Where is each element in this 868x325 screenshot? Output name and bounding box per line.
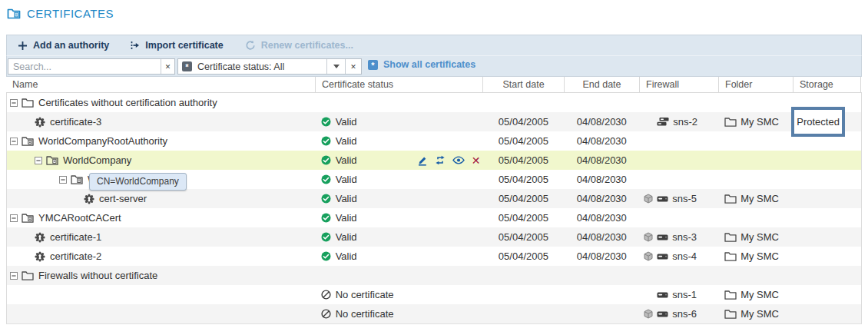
firewall-name: sns-1 bbox=[672, 289, 697, 300]
table-row[interactable]: No certificatesns-6My SMC bbox=[7, 304, 861, 323]
tree-collapse-toggle[interactable] bbox=[10, 99, 18, 107]
column-header-firewall[interactable]: Firewall bbox=[639, 77, 718, 92]
start-date-cell bbox=[482, 304, 564, 323]
storage-focus-ring[interactable]: Protected bbox=[791, 107, 845, 137]
renew-icon[interactable] bbox=[435, 155, 446, 165]
table-header: Name Certificate status Start date End d… bbox=[6, 77, 862, 93]
folder-cell: My SMC bbox=[718, 227, 793, 247]
start-date-cell: 05/04/2005 bbox=[482, 227, 564, 247]
tree-collapse-toggle[interactable] bbox=[35, 157, 42, 164]
delete-icon[interactable]: ✕ bbox=[472, 155, 481, 166]
page-title: CERTIFICATES bbox=[27, 7, 114, 20]
start-date-cell: 05/04/2005 bbox=[482, 208, 564, 227]
certificate-icon bbox=[35, 117, 45, 128]
certificate-status-cell: Valid bbox=[316, 227, 483, 247]
firewall-icon bbox=[657, 310, 668, 318]
table-row[interactable]: Certificates without certification autho… bbox=[7, 93, 861, 112]
status-label: Valid bbox=[336, 174, 357, 185]
name-cell: certificate-3 bbox=[7, 112, 316, 131]
add-authority-button[interactable]: Add an authority bbox=[18, 40, 109, 51]
valid-status-icon bbox=[321, 213, 331, 223]
table-row[interactable]: Firewalls without certificate bbox=[7, 266, 861, 285]
search-input[interactable] bbox=[8, 59, 161, 74]
end-date-cell bbox=[564, 266, 639, 285]
valid-status-icon bbox=[321, 232, 331, 242]
name-cell: certificate-1 bbox=[7, 227, 316, 247]
row-name: certificate-3 bbox=[50, 116, 101, 128]
search-clear-button[interactable]: ✕ bbox=[161, 59, 174, 74]
table-row[interactable]: WorldCompanyRootAuthorityValid05/04/2005… bbox=[7, 131, 861, 151]
certificate-status-filter[interactable]: * Certificate status: All ✕ bbox=[177, 58, 362, 75]
filter-asterisk-icon: * bbox=[182, 61, 192, 71]
show-all-certificates-link[interactable]: * Show all certificates bbox=[368, 59, 475, 70]
column-header-folder[interactable]: Folder bbox=[718, 77, 793, 92]
storage-cell bbox=[793, 285, 861, 304]
deployment-cube-icon bbox=[644, 194, 653, 204]
certificate-status-cell: No certificate bbox=[316, 285, 483, 304]
toolbar: Add an authority Import certificate Rene… bbox=[6, 35, 862, 55]
start-date-cell bbox=[482, 285, 564, 304]
close-icon: ✕ bbox=[350, 63, 356, 71]
tree-collapse-toggle[interactable] bbox=[10, 272, 18, 280]
folder-name: My SMC bbox=[740, 308, 779, 320]
start-date-cell: 05/04/2005 bbox=[482, 112, 564, 131]
folder-name: My SMC bbox=[740, 231, 779, 243]
storage-cell: Protected bbox=[793, 112, 861, 131]
folder-icon bbox=[724, 309, 737, 319]
firewall-cell: sns-3 bbox=[639, 227, 718, 247]
firewall-cell: sns-5 bbox=[639, 189, 718, 208]
table-row[interactable]: cert-serverValid05/04/200504/08/2030sns-… bbox=[7, 189, 861, 208]
tree-collapse-toggle[interactable] bbox=[10, 214, 18, 222]
table-row[interactable]: certificate-2Valid05/04/200504/08/2030sn… bbox=[7, 247, 861, 266]
name-cell: Firewalls without certificate bbox=[7, 266, 316, 285]
folder-icon bbox=[22, 270, 34, 280]
table-row[interactable]: YMCARootCACertValid05/04/200504/08/2030 bbox=[7, 208, 861, 227]
folder-cell bbox=[718, 93, 793, 112]
tree-collapse-toggle[interactable] bbox=[59, 176, 67, 184]
import-certificate-button[interactable]: Import certificate bbox=[129, 40, 223, 51]
edit-icon[interactable] bbox=[417, 155, 428, 166]
column-header-start-date[interactable]: Start date bbox=[482, 77, 564, 92]
status-filter-label: Certificate status: All bbox=[197, 61, 284, 72]
name-cell: YMCARootCACert bbox=[7, 208, 316, 227]
row-name: cert-server bbox=[99, 193, 147, 204]
close-icon: ✕ bbox=[165, 63, 171, 71]
firewall-cell: sns-4 bbox=[639, 247, 718, 266]
folder-cell bbox=[718, 266, 793, 285]
status-filter-clear-button[interactable]: ✕ bbox=[345, 59, 361, 74]
status-filter-dropdown-button[interactable] bbox=[326, 59, 345, 74]
status-label: Valid bbox=[336, 154, 357, 166]
view-icon[interactable] bbox=[452, 156, 465, 164]
firewall-cluster-icon bbox=[657, 117, 669, 127]
table-row[interactable]: WorldCompanyValid✕05/04/200504/08/2030 bbox=[7, 151, 861, 170]
column-header-end-date[interactable]: End date bbox=[564, 77, 639, 92]
firewall-cell: sns-6 bbox=[639, 304, 718, 323]
start-date-cell: 05/04/2005 bbox=[482, 189, 564, 208]
storage-cell bbox=[793, 151, 861, 170]
certificate-icon bbox=[35, 232, 45, 243]
folder-cell bbox=[718, 131, 793, 151]
search-box: ✕ bbox=[8, 58, 175, 75]
column-header-name[interactable]: Name bbox=[6, 77, 315, 92]
table-row[interactable]: certificate-1Valid05/04/200504/08/2030sn… bbox=[7, 227, 861, 247]
end-date-cell: 04/08/2030 bbox=[564, 170, 639, 189]
status-label: Valid bbox=[336, 250, 357, 262]
table-row[interactable]: certificate-3Valid05/04/200504/08/2030sn… bbox=[7, 112, 861, 131]
firewall-cell bbox=[639, 170, 718, 189]
valid-status-icon bbox=[321, 194, 331, 204]
deployment-cube-icon bbox=[644, 309, 653, 319]
table-row[interactable]: No certificatesns-1My SMC bbox=[7, 285, 861, 304]
start-date-cell bbox=[482, 266, 564, 285]
column-header-certificate-status[interactable]: Certificate status bbox=[315, 77, 482, 92]
end-date-cell: 04/08/2030 bbox=[564, 247, 639, 266]
valid-status-icon bbox=[321, 251, 331, 261]
column-header-storage[interactable]: Storage bbox=[793, 77, 861, 92]
folder-icon bbox=[724, 251, 737, 261]
authority-icon bbox=[46, 155, 58, 165]
status-label: No certificate bbox=[336, 289, 394, 300]
renew-certificates-button[interactable]: Renew certificates... bbox=[245, 40, 353, 51]
tree-collapse-toggle[interactable] bbox=[10, 138, 18, 145]
name-cell: Certificates without certification autho… bbox=[7, 93, 316, 112]
firewall-cell: sns-2 bbox=[639, 112, 718, 131]
firewall-cell bbox=[639, 208, 718, 227]
